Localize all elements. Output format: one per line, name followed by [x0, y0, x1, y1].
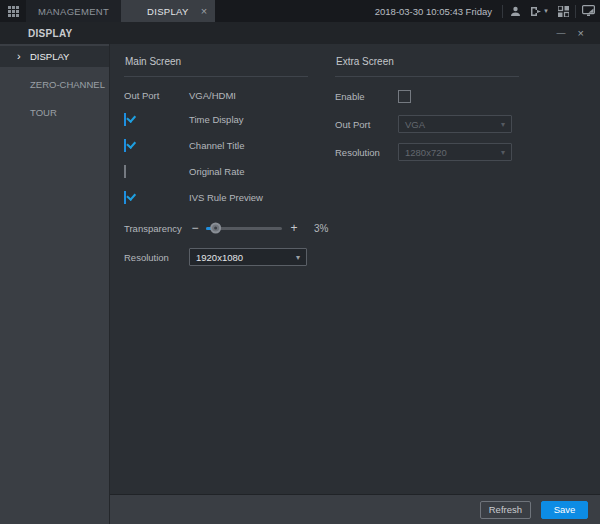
- sidebar-item-label: ZERO-CHANNEL: [30, 79, 105, 90]
- save-button[interactable]: Save: [541, 501, 588, 519]
- refresh-button[interactable]: Refresh: [480, 501, 531, 519]
- resolution-dropdown-value: 1920x1080: [196, 252, 296, 263]
- monitor-icon: [129, 6, 141, 16]
- sidebar-item-zero-channel[interactable]: ZERO-CHANNEL: [0, 74, 109, 95]
- main-screen-section: Main Screen Out Port VGA/HDMI Time Displ…: [124, 52, 308, 494]
- slider-thumb[interactable]: [210, 223, 221, 234]
- tab-management[interactable]: MANAGEMENT: [26, 0, 121, 22]
- out-port-row: Out Port VGA/HDMI: [124, 87, 308, 103]
- app-launcher-button[interactable]: [0, 0, 26, 22]
- qr-code-icon: [558, 6, 569, 17]
- window-title-bar: DISPLAY — ×: [0, 22, 600, 44]
- grid-menu-icon: [8, 6, 19, 17]
- datetime-text: 2018-03-30 10:05:43 Friday: [375, 6, 492, 17]
- channel-title-label: Channel Title: [189, 140, 244, 151]
- enable-checkbox[interactable]: [398, 90, 411, 103]
- logout-button[interactable]: ▾: [527, 0, 551, 22]
- transparency-row: Transparency − + 3%: [124, 220, 308, 236]
- sidebar-item-display[interactable]: › DISPLAY: [0, 46, 109, 67]
- slider-minus-button[interactable]: −: [189, 221, 201, 235]
- extra-resolution-label: Resolution: [335, 147, 398, 158]
- ivs-rule-preview-label: IVS Rule Preview: [189, 192, 263, 203]
- monitor-icon: [10, 28, 22, 38]
- original-rate-label: Original Rate: [189, 166, 244, 177]
- extra-screen-title: Extra Screen: [335, 52, 519, 77]
- extra-out-port-label: Out Port: [335, 119, 398, 130]
- resolution-dropdown[interactable]: 1920x1080 ▾: [189, 248, 307, 266]
- window-title: DISPLAY: [28, 28, 73, 39]
- transparency-label: Transparency: [124, 223, 189, 234]
- tab-close-icon[interactable]: ×: [201, 5, 208, 17]
- channel-title-row: Channel Title: [124, 136, 308, 155]
- time-display-checkbox[interactable]: [124, 113, 126, 126]
- extra-out-port-row: Out Port VGA ▾: [335, 115, 519, 133]
- slider-track[interactable]: [206, 227, 282, 230]
- chevron-down-icon: ▾: [296, 253, 300, 262]
- top-tab-bar: MANAGEMENT DISPLAY × 2018-03-30 10:05:43…: [0, 0, 600, 22]
- tab-display[interactable]: DISPLAY ×: [121, 0, 215, 22]
- sidebar-item-label: DISPLAY: [30, 51, 69, 62]
- transparency-value: 3%: [314, 223, 328, 234]
- enable-label: Enable: [335, 91, 398, 102]
- extra-resolution-row: Resolution 1280x720 ▾: [335, 143, 519, 161]
- extra-resolution-dropdown: 1280x720 ▾: [398, 143, 512, 161]
- ivs-rule-preview-row: IVS Rule Preview: [124, 188, 308, 207]
- sidebar-item-label: TOUR: [30, 107, 57, 118]
- preview-button[interactable]: [576, 0, 600, 22]
- extra-resolution-value: 1280x720: [405, 147, 501, 158]
- user-button[interactable]: [503, 0, 527, 22]
- monitor-preview-icon: [582, 5, 595, 17]
- chevron-down-icon: ▾: [501, 120, 505, 129]
- extra-out-port-value: VGA: [405, 119, 501, 130]
- qr-button[interactable]: [551, 0, 575, 22]
- tab-display-label: DISPLAY: [147, 6, 189, 17]
- chevron-right-icon: ›: [17, 46, 21, 67]
- original-rate-checkbox[interactable]: [124, 165, 126, 178]
- footer-bar: Refresh Save: [110, 494, 600, 524]
- logout-caret-icon: ▾: [544, 7, 548, 15]
- chevron-down-icon: ▾: [501, 148, 505, 157]
- transparency-slider: − + 3%: [189, 221, 328, 235]
- sidebar-item-tour[interactable]: TOUR: [0, 102, 109, 123]
- minimize-button[interactable]: —: [551, 28, 572, 38]
- extra-screen-section: Extra Screen Enable Out Port VGA ▾ Resol…: [335, 52, 519, 494]
- out-port-label: Out Port: [124, 90, 189, 101]
- tab-management-label: MANAGEMENT: [38, 6, 109, 17]
- main-screen-title: Main Screen: [124, 52, 308, 77]
- ivs-rule-preview-checkbox[interactable]: [124, 191, 126, 204]
- user-icon: [510, 6, 521, 17]
- time-display-label: Time Display: [189, 114, 244, 125]
- original-rate-row: Original Rate: [124, 162, 308, 181]
- close-button[interactable]: ×: [572, 27, 590, 39]
- extra-out-port-dropdown: VGA ▾: [398, 115, 512, 133]
- resolution-label: Resolution: [124, 252, 189, 263]
- enable-row: Enable: [335, 88, 519, 104]
- resolution-row: Resolution 1920x1080 ▾: [124, 248, 308, 266]
- time-display-row: Time Display: [124, 110, 308, 129]
- channel-title-checkbox[interactable]: [124, 139, 126, 152]
- out-port-value: VGA/HDMI: [189, 90, 236, 101]
- slider-plus-button[interactable]: +: [288, 221, 300, 235]
- logout-icon: [530, 6, 542, 17]
- sidebar: › DISPLAY ZERO-CHANNEL TOUR: [0, 44, 110, 524]
